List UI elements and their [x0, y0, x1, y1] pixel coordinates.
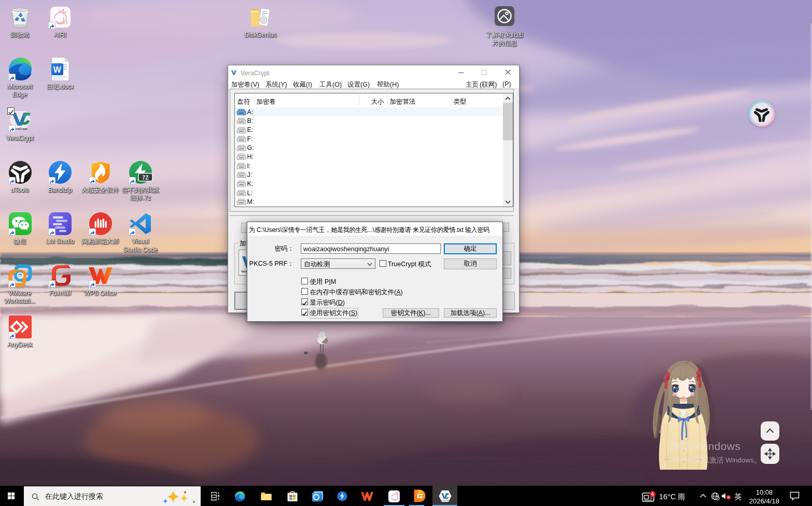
svg-text:W: W [53, 65, 62, 74]
svg-text:6: 6 [651, 491, 654, 497]
svg-text:7Z: 7Z [142, 174, 149, 180]
svg-text:VeraCrypt: VeraCrypt [441, 499, 449, 501]
